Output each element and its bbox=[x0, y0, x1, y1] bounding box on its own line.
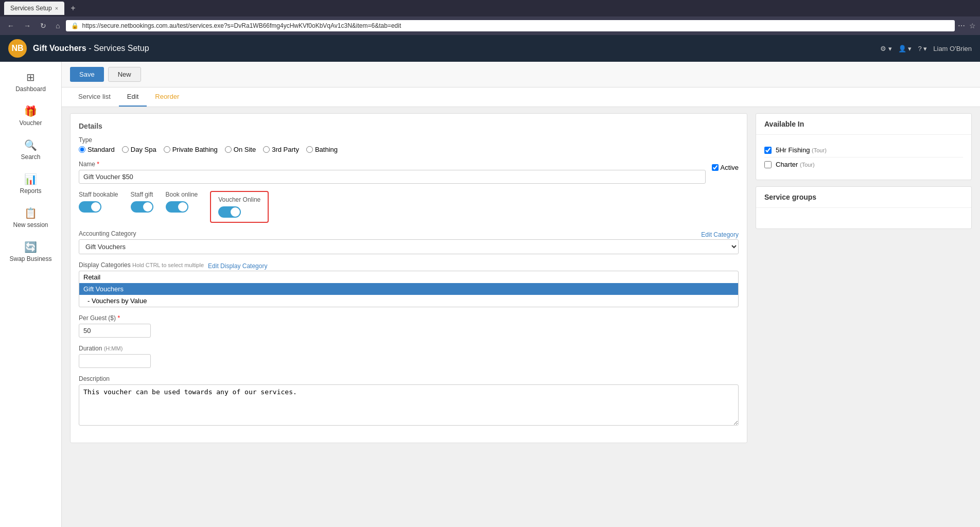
type-onsite[interactable]: On Site bbox=[225, 146, 256, 153]
service-groups-body bbox=[756, 208, 971, 229]
user-name-btn[interactable]: Liam O'Brien bbox=[933, 45, 972, 52]
settings-icon-btn[interactable]: ⚙ ▾ bbox=[880, 45, 892, 52]
accounting-select-wrapper: Gift Vouchers bbox=[79, 239, 739, 254]
type-privatebathing[interactable]: Private Bathing bbox=[164, 146, 218, 153]
book-online-toggle-group: Book online bbox=[166, 191, 198, 223]
app-container: ⊞ Dashboard 🎁 Voucher 🔍 Search 📊 Reports… bbox=[0, 62, 980, 527]
description-group: Description This voucher can be used tow… bbox=[79, 375, 739, 427]
details-title: Details bbox=[79, 122, 739, 130]
type-group: Type Standard Day Spa Private Bathing bbox=[79, 136, 739, 153]
sidebar-label-voucher: Voucher bbox=[19, 119, 42, 127]
description-textarea[interactable]: This voucher can be used towards any of … bbox=[79, 384, 739, 426]
book-online-label: Book online bbox=[166, 191, 198, 198]
new-button[interactable]: New bbox=[108, 67, 141, 82]
sidebar-item-search[interactable]: 🔍 Search bbox=[0, 134, 61, 166]
url-text: https://secure.netbookings.com.au/test/s… bbox=[82, 22, 950, 29]
sidebar-item-voucher[interactable]: 🎁 Voucher bbox=[0, 100, 61, 132]
display-cat-gift-vouchers[interactable]: Gift Vouchers bbox=[79, 283, 738, 295]
type-label: Type bbox=[79, 136, 739, 144]
avail-label-charter: Charter (Tour) bbox=[776, 161, 815, 168]
staff-bookable-label: Staff bookable bbox=[79, 191, 118, 198]
duration-label: Duration (H:MM) bbox=[79, 345, 739, 352]
type-bathing[interactable]: Bathing bbox=[306, 146, 338, 153]
type-options-row: Standard Day Spa Private Bathing On Site bbox=[79, 146, 739, 153]
name-field: Name * bbox=[79, 161, 706, 184]
sidebar-label-swap-business: Swap Business bbox=[9, 255, 51, 262]
name-label: Name * bbox=[79, 161, 706, 168]
dashboard-icon: ⊞ bbox=[26, 71, 35, 83]
active-checkbox-group: Active bbox=[712, 164, 739, 171]
name-input[interactable] bbox=[79, 170, 706, 184]
sidebar-item-dashboard[interactable]: ⊞ Dashboard bbox=[0, 66, 61, 98]
voucher-icon: 🎁 bbox=[24, 105, 37, 117]
right-panel: Available In 5Hr Fishing (Tour) Charter … bbox=[756, 113, 972, 449]
staff-bookable-toggle[interactable] bbox=[79, 201, 101, 213]
type-standard[interactable]: Standard bbox=[79, 146, 115, 153]
main-content: Save New Service list Edit Reorder Detai… bbox=[62, 62, 980, 527]
name-active-group: Name * Active bbox=[79, 161, 739, 184]
duration-group: Duration (H:MM) bbox=[79, 345, 739, 368]
sidebar-label-reports: Reports bbox=[20, 187, 41, 195]
tab-reorder[interactable]: Reorder bbox=[147, 87, 187, 107]
sidebar-item-reports[interactable]: 📊 Reports bbox=[0, 168, 61, 200]
voucher-online-box: Voucher Online bbox=[210, 191, 269, 223]
avail-checkbox-charter[interactable] bbox=[764, 161, 772, 168]
voucher-online-label: Voucher Online bbox=[218, 196, 260, 203]
accounting-category-select[interactable]: Gift Vouchers bbox=[79, 240, 738, 254]
per-guest-group: Per Guest ($) * bbox=[79, 314, 739, 338]
per-guest-label: Per Guest ($) * bbox=[79, 314, 739, 322]
address-bar[interactable]: 🔒 https://secure.netbookings.com.au/test… bbox=[66, 20, 955, 31]
voucher-online-toggle[interactable] bbox=[218, 206, 241, 218]
display-cat-vouchers-by-value[interactable]: - Vouchers by Value bbox=[79, 295, 738, 307]
active-label: Active bbox=[721, 164, 739, 171]
sidebar-item-swap-business[interactable]: 🔄 Swap Business bbox=[0, 236, 61, 268]
book-online-toggle[interactable] bbox=[166, 201, 188, 213]
avail-checkbox-5hr-fishing[interactable] bbox=[764, 147, 772, 154]
available-in-title: Available In bbox=[756, 114, 971, 135]
page-title: Gift Vouchers - Services Setup bbox=[33, 44, 874, 53]
sidebar-item-new-session[interactable]: 📋 New session bbox=[0, 202, 61, 234]
home-btn[interactable]: ⌂ bbox=[52, 21, 63, 31]
tab-close-btn[interactable]: × bbox=[55, 5, 58, 11]
sidebar-label-search: Search bbox=[21, 153, 40, 161]
edit-category-link[interactable]: Edit Category bbox=[701, 231, 739, 238]
help-icon-btn[interactable]: ? ▾ bbox=[918, 45, 927, 52]
swap-icon: 🔄 bbox=[24, 241, 37, 253]
accounting-category-group: Accounting Category Edit Category Gift V… bbox=[79, 230, 739, 254]
display-categories-list[interactable]: Retail Gift Vouchers - Vouchers by Value bbox=[79, 271, 738, 307]
user-icon-btn[interactable]: 👤 ▾ bbox=[898, 45, 912, 52]
staff-gift-toggle[interactable] bbox=[131, 201, 153, 213]
available-item-charter: Charter (Tour) bbox=[764, 157, 963, 171]
duration-input[interactable] bbox=[79, 354, 151, 368]
tab-edit[interactable]: Edit bbox=[119, 87, 147, 107]
reload-btn[interactable]: ↻ bbox=[37, 21, 49, 31]
available-item-5hr-fishing: 5Hr Fishing (Tour) bbox=[764, 143, 963, 157]
description-label: Description bbox=[79, 375, 739, 382]
type-dayspa[interactable]: Day Spa bbox=[122, 146, 156, 153]
browser-controls: ← → ↻ ⌂ 🔒 https://secure.netbookings.com… bbox=[0, 16, 980, 35]
available-in-body: 5Hr Fishing (Tour) Charter (Tour) bbox=[756, 135, 971, 180]
display-categories-group: Display Categories Hold CTRL to select m… bbox=[79, 261, 739, 307]
toolbar: Save New bbox=[62, 62, 980, 87]
staff-bookable-toggle-group: Staff bookable bbox=[79, 191, 118, 223]
tab-service-list[interactable]: Service list bbox=[70, 87, 119, 107]
back-btn[interactable]: ← bbox=[4, 21, 18, 31]
avail-label-5hr-fishing: 5Hr Fishing (Tour) bbox=[776, 146, 827, 154]
active-checkbox[interactable] bbox=[712, 164, 719, 171]
avail-badge-charter-tour: (Tour) bbox=[800, 162, 815, 168]
toggles-row: Staff bookable Staff gift bbox=[79, 191, 739, 223]
available-in-card: Available In 5Hr Fishing (Tour) Charter … bbox=[756, 113, 972, 180]
sidebar-label-dashboard: Dashboard bbox=[15, 85, 46, 93]
edit-display-category-link[interactable]: Edit Display Category bbox=[208, 262, 267, 270]
topbar: NB Gift Vouchers - Services Setup ⚙ ▾ 👤 … bbox=[0, 35, 980, 62]
topbar-icons: ⚙ ▾ 👤 ▾ ? ▾ Liam O'Brien bbox=[880, 45, 972, 52]
forward-btn[interactable]: → bbox=[21, 21, 34, 31]
display-categories-list-container: Retail Gift Vouchers - Vouchers by Value bbox=[79, 271, 739, 307]
new-tab-btn[interactable]: + bbox=[71, 4, 75, 13]
save-button[interactable]: Save bbox=[70, 67, 104, 82]
per-guest-input[interactable] bbox=[79, 324, 151, 338]
type-3rdparty[interactable]: 3rd Party bbox=[263, 146, 299, 153]
left-panel: Details Type Standard Day Spa bbox=[70, 113, 747, 449]
service-groups-card: Service groups bbox=[756, 186, 972, 229]
display-cat-retail[interactable]: Retail bbox=[79, 271, 738, 283]
